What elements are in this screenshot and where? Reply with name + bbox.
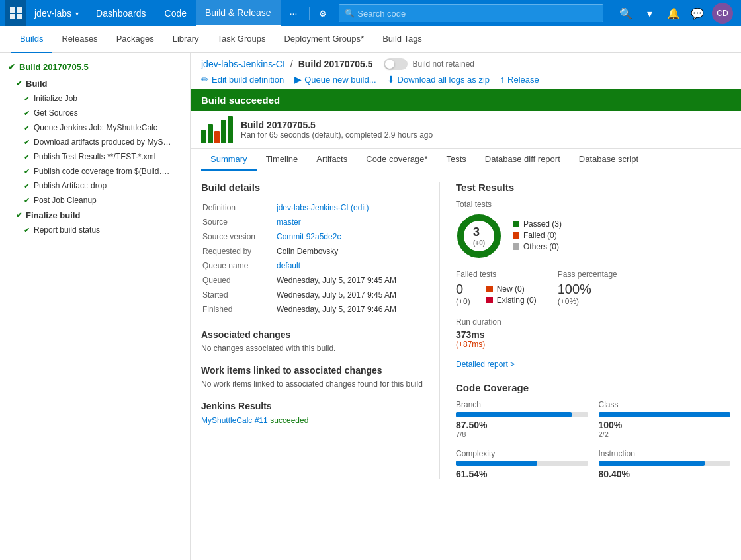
breadcrumb-current: Build 20170705.5 bbox=[298, 59, 373, 69]
sec-nav-library[interactable]: Library bbox=[163, 26, 208, 53]
definition-link[interactable]: jdev-labs-Jenkins-CI (edit) bbox=[277, 203, 369, 212]
coverage-complexity-track bbox=[456, 461, 588, 466]
tab-summary[interactable]: Summary bbox=[201, 149, 257, 171]
sec-nav-deployment-groups[interactable]: Deployment Groups* bbox=[275, 26, 373, 53]
existing-dot bbox=[486, 297, 493, 303]
top-navigation: jdev-labs ▾ Dashboards Code Build & Rele… bbox=[0, 0, 741, 26]
coverage-branch-pct: 87.50% bbox=[456, 420, 588, 430]
search-expand-icon[interactable]: 🔍 bbox=[614, 0, 638, 26]
detail-value-queue-name: default bbox=[277, 259, 422, 272]
search-input[interactable] bbox=[357, 9, 597, 19]
build-sub: Ran for 65 seconds (default), completed … bbox=[241, 130, 433, 140]
source-version-link[interactable]: Commit 92a5de2c bbox=[277, 232, 341, 241]
nav-more[interactable]: ··· bbox=[281, 0, 307, 26]
release-label: Release bbox=[507, 75, 539, 85]
work-items-title: Work items linked to associated changes bbox=[201, 365, 423, 376]
passed-dot bbox=[513, 221, 519, 227]
download-icon: ⬇ bbox=[387, 74, 395, 85]
legend-passed: Passed (3) bbox=[513, 220, 562, 229]
sidebar-item-get-sources[interactable]: ✔ Get Sources bbox=[0, 106, 190, 120]
run-duration-section: Run duration 373ms (+87ms) bbox=[456, 317, 730, 349]
test-row: 3 (+0) Passed (3) Failed (0) bbox=[456, 213, 730, 259]
nav-build-release[interactable]: Build & Release bbox=[196, 0, 281, 26]
left-column: Build details Definition jdev-labs-Jenki… bbox=[201, 182, 439, 479]
svg-rect-1 bbox=[17, 7, 22, 13]
sec-nav-builds[interactable]: Builds bbox=[11, 26, 52, 53]
coverage-complexity-label: Complexity bbox=[456, 449, 588, 458]
avatar[interactable]: CD bbox=[712, 3, 733, 24]
bar-4 bbox=[221, 120, 226, 143]
org-selector[interactable]: jdev-labs ▾ bbox=[26, 0, 87, 26]
nav-dashboards[interactable]: Dashboards bbox=[87, 0, 155, 26]
legend-failed: Failed (0) bbox=[513, 231, 562, 240]
detail-label-requested-by: Requested by bbox=[202, 245, 275, 258]
sidebar-item-report-status[interactable]: ✔ Report build status bbox=[0, 223, 190, 237]
settings-icon[interactable]: ⚙ bbox=[312, 0, 333, 26]
coverage-complexity-pct: 61.54% bbox=[456, 469, 588, 479]
check-icon-report: ✔ bbox=[24, 226, 30, 235]
failed-pass-row: Failed tests 0 (+0) New (0) bbox=[456, 270, 730, 307]
coverage-instruction-track bbox=[599, 461, 731, 466]
success-banner: Build succeeded bbox=[191, 89, 741, 111]
chevron-down-search-icon[interactable]: ▾ bbox=[638, 0, 662, 26]
search-box[interactable]: 🔍 bbox=[339, 4, 603, 22]
queue-build-button[interactable]: ▶ Queue new build... bbox=[294, 74, 376, 85]
source-link[interactable]: master bbox=[277, 218, 301, 227]
nav-code[interactable]: Code bbox=[155, 0, 196, 26]
jenkins-link[interactable]: MyShuttleCalc #11 bbox=[201, 416, 268, 425]
failed-existing: Existing (0) bbox=[486, 296, 537, 305]
breadcrumb-link[interactable]: jdev-labs-Jenkins-CI bbox=[201, 59, 285, 69]
sidebar-item-initialize-job[interactable]: ✔ Initialize Job bbox=[0, 91, 190, 106]
check-icon-sources: ✔ bbox=[24, 109, 30, 118]
coverage-instruction-pct: 80.40% bbox=[599, 469, 731, 479]
sidebar-item-build[interactable]: ✔ Build bbox=[0, 76, 190, 91]
logo[interactable] bbox=[5, 0, 26, 26]
sec-nav-releases[interactable]: Releases bbox=[52, 26, 107, 53]
tab-db-diff[interactable]: Database diff report bbox=[476, 149, 570, 171]
download-logs-button[interactable]: ⬇ Download all logs as zip bbox=[387, 74, 490, 85]
edit-build-button[interactable]: ✏ Edit build definition bbox=[201, 74, 284, 85]
detail-value-requested-by: Colin Dembovsky bbox=[277, 245, 422, 258]
bar-5 bbox=[228, 116, 233, 143]
detailed-report-link[interactable]: Detailed report > bbox=[456, 360, 730, 369]
nav-icon-group: 🔍 ▾ 🔔 💬 CD bbox=[614, 0, 736, 26]
tab-timeline[interactable]: Timeline bbox=[257, 149, 308, 171]
detail-label-finished: Finished bbox=[202, 303, 275, 316]
release-button[interactable]: ↑ Release bbox=[500, 74, 539, 85]
sec-nav-build-tags[interactable]: Build Tags bbox=[373, 26, 431, 53]
coverage-instruction: Instruction 80.40% bbox=[599, 449, 731, 479]
failed-count: 0 bbox=[456, 282, 470, 297]
chat-icon[interactable]: 💬 bbox=[685, 0, 709, 26]
associated-changes-note: No changes associated with this build. bbox=[201, 344, 423, 353]
tab-db-script[interactable]: Database script bbox=[570, 149, 648, 171]
sidebar-build-label: Build 20170705.5 bbox=[19, 62, 89, 72]
coverage-instruction-fill bbox=[599, 461, 705, 466]
sidebar-item-publish-coverage[interactable]: ✔ Publish code coverage from $(Build…. bbox=[0, 164, 190, 179]
tab-artifacts[interactable]: Artifacts bbox=[307, 149, 357, 171]
tab-code-coverage[interactable]: Code coverage* bbox=[357, 149, 437, 171]
coverage-class-frac: 2/2 bbox=[599, 430, 731, 438]
sidebar-item-queue-jenkins[interactable]: ✔ Queue Jenkins Job: MyShuttleCalc bbox=[0, 120, 190, 135]
sidebar-item-download-artifacts[interactable]: ✔ Download artifacts produced by MyS… bbox=[0, 135, 190, 149]
queue-name-link[interactable]: default bbox=[277, 261, 300, 270]
notification-icon[interactable]: 🔔 bbox=[662, 0, 685, 26]
sec-nav-packages[interactable]: Packages bbox=[107, 26, 163, 53]
run-duration-value: 373ms bbox=[456, 329, 730, 340]
bar-3 bbox=[214, 131, 220, 143]
sidebar-cleanup-label: Post Job Cleanup bbox=[34, 196, 97, 205]
sec-nav-task-groups[interactable]: Task Groups bbox=[208, 26, 275, 53]
nav-divider bbox=[309, 7, 310, 20]
retain-toggle[interactable] bbox=[384, 58, 408, 70]
sidebar-build-title[interactable]: ✔ Build 20170705.5 bbox=[0, 58, 190, 76]
detail-label-source: Source bbox=[202, 216, 275, 229]
build-name: Build 20170705.5 bbox=[241, 120, 433, 130]
sidebar-item-post-cleanup[interactable]: ✔ Post Job Cleanup bbox=[0, 193, 190, 208]
detail-value-source: master bbox=[277, 216, 422, 229]
tab-tests[interactable]: Tests bbox=[437, 149, 475, 171]
toggle-track[interactable] bbox=[384, 58, 408, 70]
test-legend: Passed (3) Failed (0) Others (0) bbox=[513, 220, 562, 253]
sidebar-item-publish-artifact[interactable]: ✔ Publish Artifact: drop bbox=[0, 179, 190, 193]
sidebar-item-finalize[interactable]: ✔ Finalize build bbox=[0, 208, 190, 223]
pass-pct-label: Pass percentage bbox=[558, 270, 617, 279]
sidebar-item-publish-test[interactable]: ✔ Publish Test Results **/TEST-*.xml bbox=[0, 149, 190, 164]
